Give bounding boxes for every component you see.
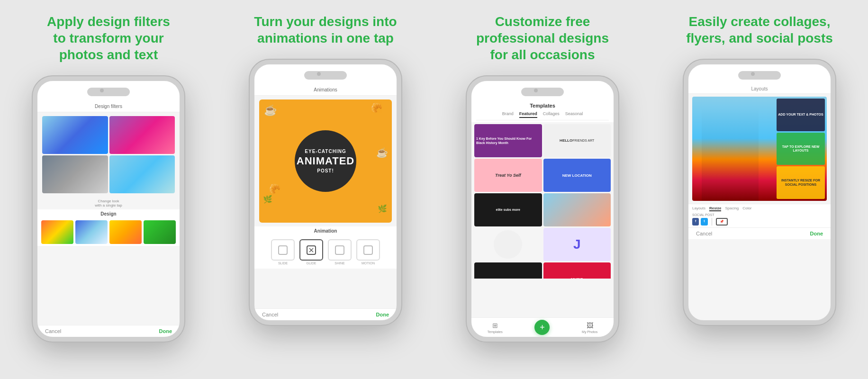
section-animations: Turn your designs intoanimations in one … xyxy=(217,0,434,379)
anim-ctrl-motion[interactable] xyxy=(356,239,380,261)
section-customize: Customize freeprofessional designsfor al… xyxy=(434,0,651,379)
layout-tab-resize[interactable]: Resize xyxy=(709,206,721,211)
facebook-button[interactable]: f xyxy=(692,218,699,226)
tab-featured[interactable]: Featured xyxy=(519,111,537,118)
layout-main-image: ADD YOUR TEXT & PHOTOS TAP TO EXPLORE NE… xyxy=(692,97,827,201)
filter-caption: Change lookwith a single tap xyxy=(37,197,180,209)
thumb-2[interactable] xyxy=(75,220,108,244)
templates-icon: ⊞ xyxy=(492,322,498,329)
phone-screen-4: Layouts ADD YOUR TEXT & PHOTOS TAP TO EX… xyxy=(688,64,831,320)
animation-circle: Eye-Catching Animated POST! xyxy=(295,130,356,192)
tpl-cell-8[interactable]: J xyxy=(543,228,611,261)
section-title-2: Turn your designs intoanimations in one … xyxy=(254,13,397,46)
done-button-4[interactable]: Done xyxy=(810,231,823,236)
anim-ctrl-glide[interactable] xyxy=(299,239,323,261)
anim-ctrl-glide-wrap: GLIDE xyxy=(299,239,323,265)
phone-3: Templates Brand Featured Collages Season… xyxy=(467,76,618,342)
anim-ctrl-slide-wrap: SLIDE xyxy=(271,239,295,265)
tab-collages[interactable]: Collages xyxy=(543,111,560,118)
pinterest-button[interactable]: 📌 xyxy=(716,218,728,226)
tpl-cell-5[interactable]: elite subs more xyxy=(474,193,542,226)
anim-ctrl-slide-label: SLIDE xyxy=(278,262,288,265)
tab-seasonal[interactable]: Seasonal xyxy=(565,111,583,118)
thumb-1[interactable] xyxy=(41,220,73,244)
tpl-cell-1[interactable]: 1 Key Before You Should Know For Black H… xyxy=(474,124,542,157)
phone-frame-2: Animations ☕ 🥐 🌿 🌿 ☕ 🥐 Eye-Catching Anim… xyxy=(250,60,401,325)
section-design-filters: Apply design filtersto transform yourpho… xyxy=(0,0,217,379)
anim-ctrl-glide-label: GLIDE xyxy=(306,262,316,265)
templates-tabs[interactable]: Brand Featured Collages Seasonal xyxy=(476,108,609,120)
phone-screen-3: Templates Brand Featured Collages Season… xyxy=(471,81,614,337)
twitter-button[interactable]: t xyxy=(701,218,707,226)
phone-4: Layouts ADD YOUR TEXT & PHOTOS TAP TO EX… xyxy=(684,60,835,325)
cancel-button-2[interactable]: Cancel xyxy=(262,312,278,317)
anim-ctrl-shine-wrap: SHINE xyxy=(328,239,352,265)
social-divider xyxy=(712,218,712,226)
template-grid: 1 Key Before You Should Know For Black H… xyxy=(471,122,614,279)
cancel-button-4[interactable]: Cancel xyxy=(696,231,712,236)
overlay-cards: ADD YOUR TEXT & PHOTOS TAP TO EXPLORE NE… xyxy=(775,97,827,201)
section-title-3: Customize freeprofessional designsfor al… xyxy=(476,13,609,63)
layout-toolbar: Layouts Resize Spacing Color SOCIAL POST… xyxy=(688,204,831,227)
screen-header-1: Design filters xyxy=(37,81,180,112)
layout-tab-spacing[interactable]: Spacing xyxy=(725,206,739,211)
svg-rect-0 xyxy=(279,246,287,254)
tpl-cell-4[interactable]: NEW LOCATION xyxy=(543,159,611,192)
thumb-4[interactable] xyxy=(144,220,176,244)
phone-2: Animations ☕ 🥐 🌿 🌿 ☕ 🥐 Eye-Catching Anim… xyxy=(250,60,401,325)
phone-screen-2: Animations ☕ 🥐 🌿 🌿 ☕ 🥐 Eye-Catching Anim… xyxy=(254,64,397,320)
myphotos-icon: 🖼 xyxy=(587,322,593,329)
tpl-cell-3[interactable]: Treat Yo Self xyxy=(474,159,542,192)
filter-cell-3 xyxy=(42,155,108,193)
design-thumbs xyxy=(37,218,180,246)
layout-tabs-row: Layouts Resize Spacing Color xyxy=(692,206,827,211)
filter-cell-4 xyxy=(109,155,175,193)
tpl-cell-7[interactable] xyxy=(494,230,522,259)
phone-frame-4: Layouts ADD YOUR TEXT & PHOTOS TAP TO EX… xyxy=(684,60,835,325)
filter-cell-2 xyxy=(109,116,175,154)
tpl-cell-2[interactable]: HELLOFRIENDS ART xyxy=(543,124,611,157)
tab-brand[interactable]: Brand xyxy=(502,111,514,118)
fab-add-button[interactable]: + xyxy=(534,320,550,335)
circle-text: Eye-Catching Animated POST! xyxy=(297,148,354,174)
animation-controls: SLIDE GLIDE SHINE xyxy=(254,235,397,269)
anim-ctrl-shine[interactable] xyxy=(328,239,352,261)
done-button-2[interactable]: Done xyxy=(376,312,389,317)
done-button-1[interactable]: Done xyxy=(159,328,172,334)
overlay-card-3: INSTANTLY RESIZE FOR SOCIAL POSITIONS xyxy=(777,166,825,199)
animation-main: ☕ 🥐 🌿 🌿 ☕ 🥐 Eye-Catching Animated POST! xyxy=(259,99,392,223)
social-post-label: SOCIAL POST xyxy=(692,213,827,217)
phone-frame-1: Design filters Change lookwith a single … xyxy=(33,76,184,342)
templates-title: Templates xyxy=(476,103,609,108)
footer-myphotos-btn[interactable]: 🖼 My Photos xyxy=(582,322,597,334)
tpl-cell-6[interactable] xyxy=(543,193,611,226)
phone-footer-4: Cancel Done xyxy=(688,227,831,239)
section-collages: Easily create collages,flyers, and socia… xyxy=(651,0,868,379)
thumb-3[interactable] xyxy=(109,220,142,244)
layout-tab-layouts[interactable]: Layouts xyxy=(692,206,705,211)
anim-ctrl-slide[interactable] xyxy=(271,239,295,261)
tpl-cell-9[interactable] xyxy=(474,262,542,279)
tpl-cell-10[interactable]: MUSIC xyxy=(543,262,611,279)
templates-footer-bar: ⊞ Templates + 🖼 My Photos xyxy=(471,317,614,337)
section-title-1: Apply design filtersto transform yourpho… xyxy=(47,13,170,63)
footer-templates-btn[interactable]: ⊞ Templates xyxy=(488,322,503,334)
design-label: Design xyxy=(37,209,180,218)
overlay-card-2: TAP TO EXPLORE NEW LAYOUTS xyxy=(777,133,825,165)
section-title-4: Easily create collages,flyers, and socia… xyxy=(686,13,833,46)
layouts-header: Layouts xyxy=(688,64,831,94)
cancel-button-1[interactable]: Cancel xyxy=(45,328,61,334)
phone-footer-2: Cancel Done xyxy=(254,308,397,320)
phone-footer-1: Cancel Done xyxy=(37,325,180,337)
templates-label: Templates xyxy=(488,330,503,334)
svg-rect-4 xyxy=(335,246,344,254)
svg-rect-5 xyxy=(364,246,372,254)
anim-ctrl-motion-label: MOTION xyxy=(362,262,375,265)
layout-tab-color[interactable]: Color xyxy=(742,206,751,211)
myphotos-label: My Photos xyxy=(582,330,597,334)
filter-grid xyxy=(42,116,175,193)
animation-label: Animation xyxy=(254,226,397,235)
templates-header: Templates Brand Featured Collages Season… xyxy=(471,81,614,122)
filter-cell-1 xyxy=(42,116,108,154)
social-buttons-row: f t 📌 xyxy=(692,218,827,226)
